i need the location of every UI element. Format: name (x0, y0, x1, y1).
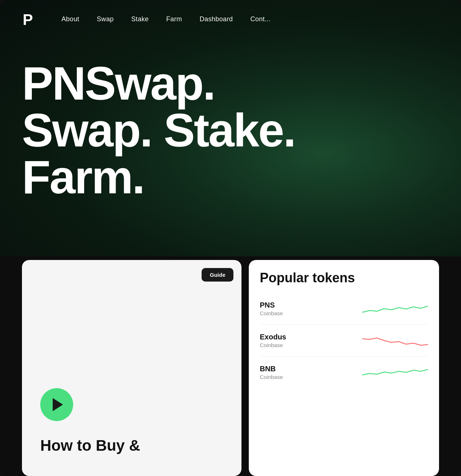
nav-links: About Swap Stake Farm Dashboard Cont... (61, 15, 270, 23)
token-chart-exodus (362, 331, 428, 350)
token-info-pns: PNS Coinbase (260, 301, 283, 316)
card-subtitle-text: How to Buy & (40, 437, 140, 454)
hero-title-line2: Swap. Stake. (22, 104, 295, 156)
hero-title-line3: Farm. (22, 151, 144, 203)
token-exchange-pns: Coinbase (260, 310, 283, 316)
token-item-exodus: Exodus Coinbase (260, 325, 428, 357)
play-button-container (40, 388, 73, 421)
nav-stake[interactable]: Stake (131, 15, 149, 23)
nav-contact[interactable]: Cont... (250, 15, 270, 23)
cards-section: Guide How to Buy & Popular tokens PNS Co… (0, 253, 461, 476)
token-item-bnb: BNB Coinbase (260, 357, 428, 388)
token-name-exodus: Exodus (260, 333, 286, 341)
token-list: PNS Coinbase Exodus Coinbase (260, 293, 428, 388)
svg-text:P: P (23, 11, 33, 28)
hero-title: PNSwap. Swap. Stake. Farm. (22, 60, 439, 201)
play-icon (53, 398, 63, 411)
token-info-exodus: Exodus Coinbase (260, 333, 286, 348)
token-item-pns: PNS Coinbase (260, 293, 428, 325)
token-chart-bnb (362, 363, 428, 382)
guide-button[interactable]: Guide (202, 268, 233, 282)
card-subtitle: How to Buy & (40, 437, 140, 454)
navbar: P About Swap Stake Farm Dashboard Cont..… (0, 0, 461, 38)
token-name-bnb: BNB (260, 365, 283, 373)
token-exchange-bnb: Coinbase (260, 374, 283, 380)
token-info-bnb: BNB Coinbase (260, 365, 283, 380)
main-container: P About Swap Stake Farm Dashboard Cont..… (0, 0, 461, 476)
nav-farm[interactable]: Farm (166, 15, 182, 23)
token-name-pns: PNS (260, 301, 283, 309)
play-button[interactable] (40, 388, 73, 421)
nav-swap[interactable]: Swap (97, 15, 114, 23)
logo[interactable]: P (22, 10, 40, 28)
token-exchange-exodus: Coinbase (260, 342, 286, 348)
hero-title-line1: PNSwap. (22, 57, 215, 109)
nav-about[interactable]: About (61, 15, 79, 23)
token-chart-pns (362, 300, 428, 318)
guide-card: Guide How to Buy & (22, 260, 241, 476)
tokens-title: Popular tokens (260, 270, 428, 286)
nav-dashboard[interactable]: Dashboard (200, 15, 233, 23)
tokens-card: Popular tokens PNS Coinbase Exodus (249, 260, 439, 476)
hero-content: PNSwap. Swap. Stake. Farm. (0, 38, 461, 201)
